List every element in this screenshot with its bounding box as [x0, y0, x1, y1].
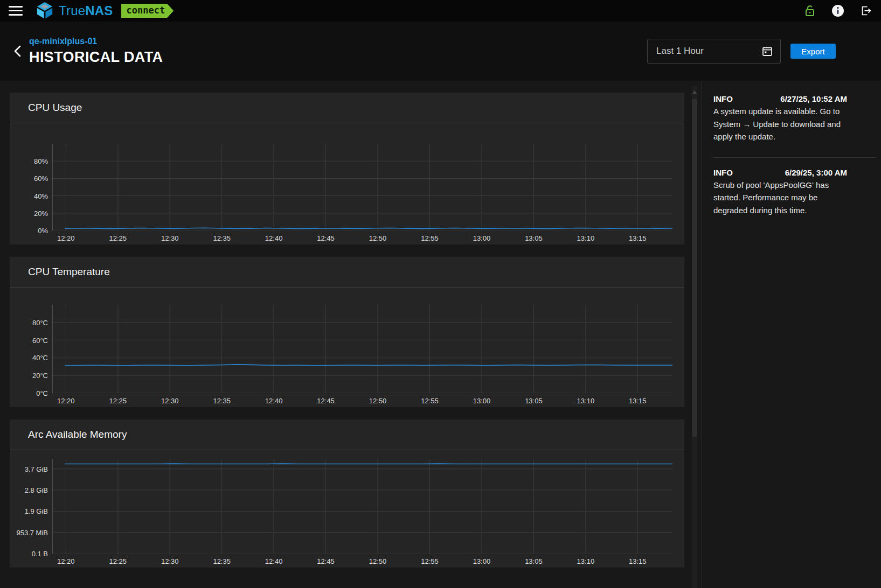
y-tick-label: 3.7 GiB	[25, 465, 48, 473]
x-tick-label: 13:15	[629, 397, 647, 405]
card-header: Arc Available Memory	[10, 419, 684, 450]
cpu-usage-card: CPU Usage 0%20%40%60%80% 12:2012:2512:30…	[10, 93, 684, 244]
connect-badge: connect	[121, 4, 174, 18]
x-tick-label: 12:25	[109, 234, 127, 242]
x-tick-label: 13:10	[577, 397, 595, 405]
x-tick-label: 13:00	[473, 234, 491, 242]
x-tick-label: 12:45	[317, 234, 335, 242]
y-axis-labels: 0°C20°C40°C60°C80°C	[10, 305, 52, 393]
scrollbar-thumb[interactable]	[692, 99, 697, 437]
x-tick-label: 12:25	[109, 557, 127, 565]
x-tick-label: 12:40	[265, 557, 283, 565]
logout-icon[interactable]	[859, 4, 872, 17]
x-tick-label: 12:30	[161, 557, 179, 565]
notification-message: A system update is available. Go to Syst…	[713, 105, 847, 143]
device-name-link[interactable]: qe-minixlplus-01	[29, 37, 163, 46]
x-tick-label: 12:45	[317, 557, 335, 565]
cpu-temperature-card: CPU Temperature 0°C20°C40°C60°C80°C 12:2…	[10, 257, 684, 407]
hamburger-menu-icon[interactable]	[9, 6, 23, 16]
x-tick-label: 12:50	[369, 557, 387, 565]
x-axis-labels: 12:2012:2512:3012:3512:4012:4512:5012:55…	[52, 230, 672, 244]
notifications-panel: INFO 6/27/25, 10:52 AM A system update i…	[702, 81, 881, 588]
x-tick-label: 12:45	[317, 397, 335, 405]
y-tick-label: 20°C	[32, 372, 48, 380]
scrollbar-gutter	[690, 81, 702, 588]
charts-area: CPU Usage 0%20%40%60%80% 12:2012:2512:30…	[0, 81, 690, 588]
y-tick-label: 20%	[34, 209, 48, 217]
x-tick-label: 13:00	[473, 397, 491, 405]
page-title: HISTORICAL DATA	[29, 49, 163, 66]
notification-timestamp: 6/29/25, 3:00 AM	[785, 168, 847, 177]
back-button[interactable]	[8, 42, 26, 60]
x-tick-label: 12:35	[213, 557, 231, 565]
y-tick-label: 60°C	[32, 336, 48, 344]
x-tick-label: 12:30	[161, 397, 179, 405]
cpu-temperature-plot[interactable]	[52, 305, 672, 393]
calendar-icon	[762, 46, 773, 57]
x-tick-label: 12:40	[265, 234, 283, 242]
card-header: CPU Temperature	[10, 257, 684, 288]
notification-item: INFO 6/27/25, 10:52 AM A system update i…	[713, 94, 877, 157]
y-tick-label: 80%	[34, 157, 48, 165]
chart-canvas	[52, 305, 672, 393]
arc-available-memory-card: Arc Available Memory 0.1 B953.7 MiB1.9 G…	[10, 419, 684, 568]
x-axis-labels: 12:2012:2512:3012:3512:4012:4512:5012:55…	[52, 393, 672, 407]
x-tick-label: 12:55	[421, 234, 439, 242]
x-tick-label: 12:50	[369, 234, 387, 242]
y-axis-labels: 0.1 B953.7 MiB1.9 GiB2.8 GiB3.7 GiB	[10, 459, 52, 554]
brand-text: TrueNAS	[59, 3, 113, 18]
notification-item: INFO 6/29/25, 3:00 AM Scrub of pool 'App…	[713, 157, 877, 231]
x-axis-labels: 12:2012:2512:3012:3512:4012:4512:5012:55…	[52, 554, 672, 568]
y-tick-label: 60%	[34, 174, 48, 183]
y-tick-label: 2.8 GiB	[25, 486, 48, 494]
x-tick-label: 12:30	[161, 234, 179, 242]
notification-level: INFO	[713, 168, 733, 177]
y-tick-label: 40%	[34, 192, 48, 200]
notification-level: INFO	[713, 94, 733, 103]
x-tick-label: 12:50	[369, 397, 387, 405]
info-icon[interactable]	[831, 4, 844, 17]
cpu-usage-plot[interactable]	[52, 144, 672, 230]
truenas-logo-icon	[34, 2, 55, 20]
x-tick-label: 12:55	[421, 557, 439, 565]
x-tick-label: 12:55	[421, 397, 439, 405]
chart-title: CPU Temperature	[28, 266, 110, 278]
chevron-left-icon	[14, 45, 21, 57]
x-tick-label: 12:25	[109, 397, 127, 405]
x-tick-label: 12:20	[57, 397, 75, 405]
chart-canvas	[52, 459, 672, 554]
x-tick-label: 13:15	[629, 557, 647, 565]
time-range-select[interactable]: Last 1 Hour	[647, 39, 781, 64]
x-tick-label: 13:05	[525, 557, 543, 565]
x-tick-label: 13:05	[525, 234, 543, 242]
notification-message: Scrub of pool 'AppsPoolGG' has started. …	[713, 179, 847, 217]
x-tick-label: 13:10	[577, 234, 595, 242]
y-tick-label: 80°C	[32, 318, 48, 326]
y-tick-label: 40°C	[32, 354, 48, 362]
export-button[interactable]: Export	[790, 44, 836, 59]
x-tick-label: 12:35	[213, 234, 231, 242]
chart-canvas	[52, 144, 672, 230]
x-tick-label: 12:35	[213, 397, 231, 405]
chart-title: CPU Usage	[28, 102, 82, 114]
x-tick-label: 13:15	[629, 234, 647, 242]
x-tick-label: 12:40	[265, 397, 283, 405]
y-axis-labels: 0%20%40%60%80%	[10, 144, 52, 230]
card-header: CPU Usage	[10, 93, 684, 123]
top-bar: TrueNAS connect	[0, 0, 881, 22]
arc-memory-plot[interactable]	[52, 459, 672, 554]
page-header: qe-minixlplus-01 HISTORICAL DATA Last 1 …	[0, 22, 881, 81]
y-tick-label: 953.7 MiB	[16, 528, 48, 536]
x-tick-label: 12:20	[57, 234, 75, 242]
time-range-value: Last 1 Hour	[656, 46, 762, 57]
x-tick-label: 13:05	[525, 397, 543, 405]
y-tick-label: 1.9 GiB	[25, 507, 48, 515]
truenas-logo[interactable]: TrueNAS connect	[34, 2, 174, 20]
x-tick-label: 13:10	[577, 557, 595, 565]
chart-title: Arc Available Memory	[28, 429, 127, 440]
lock-open-icon[interactable]	[803, 4, 816, 17]
notification-timestamp: 6/27/25, 10:52 AM	[780, 94, 847, 103]
x-tick-label: 12:20	[57, 557, 75, 565]
x-tick-label: 13:00	[473, 557, 491, 565]
scrollbar-up-arrow-icon[interactable]	[692, 90, 697, 94]
